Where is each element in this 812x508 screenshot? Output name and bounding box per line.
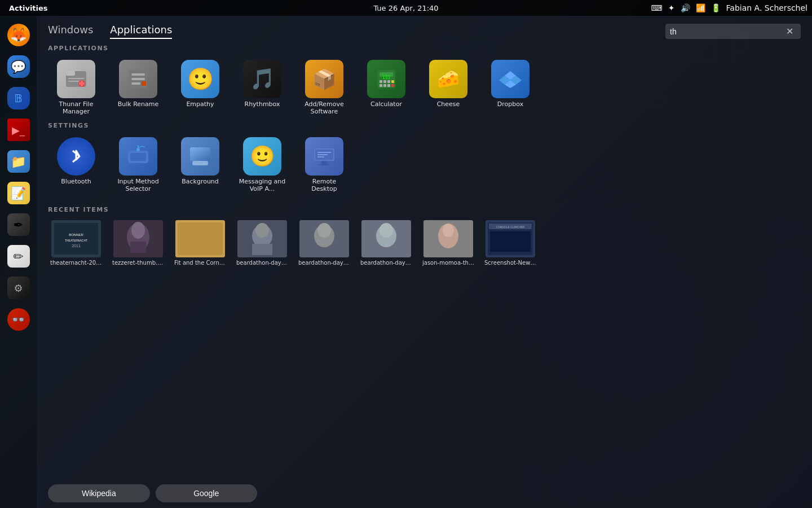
app-cheese[interactable]: 🧀 Cheese [420, 56, 476, 119]
dock-item-bittorrent[interactable]: 𝔹 [5, 85, 32, 112]
svg-rect-10 [131, 82, 140, 85]
recent-label-jason: jason-momoa-thumb.p... [422, 260, 474, 266]
activities-button[interactable]: Activities [5, 4, 52, 12]
search-clear-button[interactable]: ✕ [786, 26, 793, 37]
recent-label-theaternacht: theaternacht-2011_fa... [50, 260, 102, 266]
settings-grid: Bluetooth Input Method Selector Backgrou… [48, 134, 801, 196]
svg-rect-9 [131, 78, 145, 80]
app-dropbox[interactable]: Dropbox [482, 56, 539, 119]
app-addremove[interactable]: 📦 Add/Remove Software [296, 56, 352, 119]
recent-theaternacht[interactable]: BONNERTHEATERNACHT2011 theaternacht-2011… [48, 218, 104, 268]
app-messaging[interactable]: 🙂 Messaging and VoIP A... [234, 134, 290, 196]
topbar-right: ⌨ ✦ 🔊 📶 🔋 Fabian A. Scherschel [651, 3, 807, 12]
main-area: Windows Applications ✕ APPLICATIONS Thun… [37, 16, 812, 508]
svg-text:THEATERNACHT: THEATERNACHT [65, 239, 87, 242]
svg-rect-37 [321, 161, 328, 164]
recent-thumb-fit [175, 220, 225, 257]
svg-point-31 [136, 148, 140, 151]
search-input[interactable] [670, 27, 783, 36]
user-menu[interactable]: Fabian A. Scherschel [726, 3, 807, 12]
svg-point-65 [443, 224, 454, 237]
bluetooth-icon[interactable]: ✦ [668, 3, 675, 12]
svg-rect-33 [190, 147, 210, 161]
dock-item-empathy[interactable]: 💬 [5, 53, 32, 80]
app-calculator[interactable]: 133 Calculator [358, 56, 414, 119]
recent-thumb-tezzeret [113, 220, 163, 257]
recent-beardathon08[interactable]: beardathon-day08.jpg [358, 218, 414, 268]
dock-item-gnu[interactable]: ⚙ [5, 274, 32, 301]
svg-point-49 [131, 222, 145, 239]
svg-rect-3 [68, 81, 80, 82]
app-icon-dropbox [491, 60, 529, 98]
recent-label-beardathon14: beardathon-day14.jpg [236, 260, 288, 266]
app-icon-empathy: 🙂 [181, 60, 219, 98]
recent-tezzeret[interactable]: tezzeret-thumb.jpg [110, 218, 166, 268]
app-remote-desktop[interactable]: Remote Desktop [296, 134, 352, 196]
nav-tabs-left: Windows Applications [48, 24, 172, 39]
app-icon-messaging: 🙂 [243, 137, 281, 176]
app-background[interactable]: Background [172, 134, 228, 196]
app-icon-background [181, 137, 219, 176]
app-label-background: Background [182, 178, 219, 185]
recent-label-beardathon13: beardathon-day13.jpg [298, 260, 350, 266]
app-label-messaging: Messaging and VoIP A... [237, 178, 287, 192]
app-empathy[interactable]: 🙂 Empathy [172, 56, 228, 119]
app-icon-rhythmbox: 🎵 [243, 60, 281, 98]
svg-rect-2 [68, 78, 84, 79]
dock-item-files[interactable]: 📁 [5, 148, 32, 175]
dock-item-firefox[interactable]: 🦊 [5, 21, 32, 49]
app-input-method[interactable]: Input Method Selector [110, 134, 166, 196]
dock-item-pencil[interactable]: ✏ [5, 243, 32, 270]
svg-point-59 [317, 223, 331, 238]
app-thunar[interactable]: Thunar File Manager [48, 56, 104, 119]
recent-screenshot[interactable]: CONSOLE CLINCHER Screenshot-News – N... [482, 218, 539, 268]
recent-thumb-theaternacht: BONNERTHEATERNACHT2011 [51, 220, 101, 257]
settings-section: SETTINGS Bluetooth Input Method Selector [37, 119, 812, 196]
dock-item-notes[interactable]: 📝 [5, 179, 32, 207]
recent-beardathon14[interactable]: beardathon-day14.jpg [234, 218, 290, 268]
tab-windows[interactable]: Windows [48, 24, 93, 39]
app-icon-remote [305, 137, 343, 176]
applications-grid: Thunar File Manager Bulk Rename 🙂 Empath… [48, 56, 801, 119]
app-label-thunar: Thunar File Manager [51, 100, 101, 115]
dock-item-terminal[interactable]: ▶_ [5, 116, 32, 143]
svg-rect-20 [383, 84, 386, 87]
recent-fit[interactable]: Fit and the Corniption... [172, 218, 228, 268]
svg-rect-16 [383, 80, 386, 83]
recent-thumb-beardathon14 [237, 220, 287, 257]
applications-section: APPLICATIONS Thunar File Manager Bulk Re… [37, 39, 812, 119]
app-label-calculator: Calculator [370, 100, 402, 108]
app-bulk-rename[interactable]: Bulk Rename [110, 56, 166, 119]
google-button[interactable]: Google [156, 484, 257, 502]
app-bluetooth[interactable]: Bluetooth [48, 134, 104, 196]
svg-rect-34 [192, 161, 208, 165]
app-rhythmbox[interactable]: 🎵 Rhythmbox [234, 56, 290, 119]
svg-rect-22 [391, 84, 394, 87]
app-label-addremove: Add/Remove Software [299, 100, 349, 115]
recent-jason[interactable]: jason-momoa-thumb.p... [420, 218, 476, 268]
tab-applications[interactable]: Applications [110, 24, 172, 39]
svg-rect-17 [387, 80, 390, 83]
dock-item-glasses[interactable]: 👓 [5, 306, 32, 333]
svg-rect-19 [379, 84, 382, 87]
datetime: Tue 26 Apr, 21:40 [373, 4, 438, 12]
wikipedia-button[interactable]: Wikipedia [48, 484, 150, 502]
keyboard-icon[interactable]: ⌨ [651, 3, 663, 12]
battery-icon[interactable]: 🔋 [711, 3, 721, 12]
recent-label-screenshot: Screenshot-News – N... [484, 260, 536, 266]
dock-item-inkscape[interactable]: ✒ [5, 211, 32, 238]
recent-label-beardathon08: beardathon-day08.jpg [360, 260, 412, 266]
app-label-remote: Remote Desktop [299, 178, 349, 192]
svg-rect-6 [79, 82, 85, 85]
wifi-icon[interactable]: 📶 [696, 3, 705, 12]
svg-rect-15 [379, 80, 382, 83]
app-label-cheese: Cheese [437, 100, 460, 108]
applications-section-title: APPLICATIONS [48, 45, 801, 52]
recent-section-title: RECENT ITEMS [48, 206, 801, 213]
volume-icon[interactable]: 🔊 [681, 3, 690, 12]
app-icon-thunar [57, 60, 95, 98]
svg-rect-40 [317, 154, 328, 155]
recent-beardathon13[interactable]: beardathon-day13.jpg [296, 218, 352, 268]
svg-rect-39 [317, 152, 331, 153]
app-label-bluetooth: Bluetooth [61, 178, 91, 185]
